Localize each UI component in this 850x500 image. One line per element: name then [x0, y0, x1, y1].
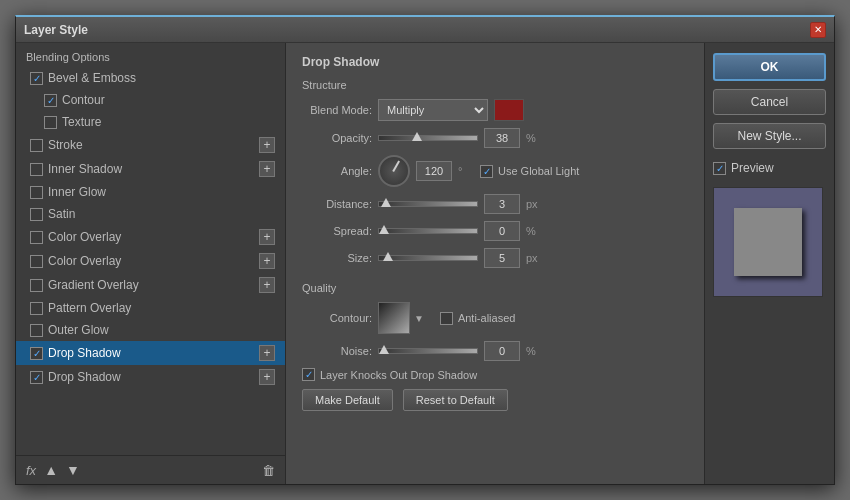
opacity-label: Opacity:	[302, 132, 372, 144]
sidebar-item-pattern-overlay[interactable]: Pattern Overlay	[16, 297, 285, 319]
spread-input[interactable]	[484, 221, 520, 241]
distance-thumb[interactable]	[381, 198, 391, 207]
anti-aliased-label[interactable]: Anti-aliased	[440, 312, 515, 325]
inner-glow-checkbox[interactable]	[30, 186, 43, 199]
spread-thumb[interactable]	[379, 225, 389, 234]
move-up-button[interactable]: ▲	[44, 462, 58, 478]
sidebar-item-texture[interactable]: Texture	[16, 111, 285, 133]
inner-shadow-checkbox[interactable]	[30, 163, 43, 176]
noise-label: Noise:	[302, 345, 372, 357]
inner-shadow-plus-button[interactable]: +	[259, 161, 275, 177]
contour-selector[interactable]: ▼	[378, 302, 424, 334]
size-input[interactable]	[484, 248, 520, 268]
item-left: Texture	[44, 115, 101, 129]
sidebar-item-satin[interactable]: Satin	[16, 203, 285, 225]
item-left: Color Overlay	[30, 254, 121, 268]
sidebar-item-bevel-emboss[interactable]: Bevel & Emboss	[16, 67, 285, 89]
contour-chevron-icon[interactable]: ▼	[414, 313, 424, 324]
contour-label: Contour	[62, 93, 105, 107]
sidebar-item-gradient-overlay[interactable]: Gradient Overlay +	[16, 273, 285, 297]
noise-thumb[interactable]	[379, 345, 389, 354]
color-overlay1-plus-button[interactable]: +	[259, 229, 275, 245]
sidebar-item-contour[interactable]: Contour	[16, 89, 285, 111]
section-title: Drop Shadow	[302, 55, 688, 69]
quality-label: Quality	[302, 282, 688, 294]
new-style-button[interactable]: New Style...	[713, 123, 826, 149]
pattern-overlay-checkbox[interactable]	[30, 302, 43, 315]
use-global-light-label[interactable]: Use Global Light	[480, 165, 579, 178]
blend-mode-row: Blend Mode: Multiply Normal Dissolve Scr…	[302, 99, 688, 121]
make-default-button[interactable]: Make Default	[302, 389, 393, 411]
opacity-thumb[interactable]	[412, 132, 422, 141]
spread-slider[interactable]	[378, 228, 478, 234]
noise-slider[interactable]	[378, 348, 478, 354]
anti-aliased-checkbox[interactable]	[440, 312, 453, 325]
title-bar: Layer Style ✕	[16, 17, 834, 43]
drop-shadow1-checkbox[interactable]	[30, 347, 43, 360]
noise-input[interactable]	[484, 341, 520, 361]
sidebar-item-drop-shadow-2[interactable]: Drop Shadow +	[16, 365, 285, 389]
use-global-light-checkbox[interactable]	[480, 165, 493, 178]
delete-button[interactable]: 🗑	[262, 463, 275, 478]
preview-label-row: Preview	[713, 161, 826, 175]
close-button[interactable]: ✕	[810, 22, 826, 38]
sidebar-item-stroke[interactable]: Stroke +	[16, 133, 285, 157]
distance-input[interactable]	[484, 194, 520, 214]
sidebar-item-drop-shadow-1[interactable]: Drop Shadow +	[16, 341, 285, 365]
contour-preview[interactable]	[378, 302, 410, 334]
shadow-color-swatch[interactable]	[494, 99, 524, 121]
stroke-label: Stroke	[48, 138, 83, 152]
drop-shadow2-label: Drop Shadow	[48, 370, 121, 384]
gradient-overlay-checkbox[interactable]	[30, 279, 43, 292]
size-slider[interactable]	[378, 255, 478, 261]
drop-shadow2-plus-button[interactable]: +	[259, 369, 275, 385]
drop-shadow1-plus-button[interactable]: +	[259, 345, 275, 361]
ok-button[interactable]: OK	[713, 53, 826, 81]
move-down-button[interactable]: ▼	[66, 462, 80, 478]
cancel-button[interactable]: Cancel	[713, 89, 826, 115]
size-label: Size:	[302, 252, 372, 264]
stroke-checkbox[interactable]	[30, 139, 43, 152]
reset-to-default-button[interactable]: Reset to Default	[403, 389, 508, 411]
inner-shadow-label: Inner Shadow	[48, 162, 122, 176]
opacity-slider[interactable]	[378, 135, 478, 141]
item-left: Outer Glow	[30, 323, 109, 337]
preview-checkbox[interactable]	[713, 162, 726, 175]
sidebar-item-inner-shadow[interactable]: Inner Shadow +	[16, 157, 285, 181]
outer-glow-checkbox[interactable]	[30, 324, 43, 337]
sidebar-item-color-overlay-2[interactable]: Color Overlay +	[16, 249, 285, 273]
texture-checkbox[interactable]	[44, 116, 57, 129]
structure-label: Structure	[302, 79, 688, 91]
angle-unit: °	[458, 165, 474, 177]
quality-section: Quality Contour: ▼ Anti-aliased Noise:	[302, 282, 688, 361]
angle-label: Angle:	[302, 165, 372, 177]
angle-input[interactable]	[416, 161, 452, 181]
contour-label: Contour:	[302, 312, 372, 324]
sidebar-item-inner-glow[interactable]: Inner Glow	[16, 181, 285, 203]
item-left: Pattern Overlay	[30, 301, 131, 315]
distance-slider[interactable]	[378, 201, 478, 207]
drop-shadow2-checkbox[interactable]	[30, 371, 43, 384]
drop-shadow1-label: Drop Shadow	[48, 346, 121, 360]
right-panel: OK Cancel New Style... Preview	[704, 43, 834, 484]
dialog-body: Blending Options Bevel & Emboss Contour	[16, 43, 834, 484]
blend-mode-select[interactable]: Multiply Normal Dissolve Screen Overlay	[378, 99, 488, 121]
stroke-plus-button[interactable]: +	[259, 137, 275, 153]
color-overlay1-checkbox[interactable]	[30, 231, 43, 244]
bevel-emboss-checkbox[interactable]	[30, 72, 43, 85]
item-left: Gradient Overlay	[30, 278, 139, 292]
size-thumb[interactable]	[383, 252, 393, 261]
satin-checkbox[interactable]	[30, 208, 43, 221]
opacity-input[interactable]	[484, 128, 520, 148]
color-overlay2-plus-button[interactable]: +	[259, 253, 275, 269]
layer-knocks-checkbox[interactable]	[302, 368, 315, 381]
item-left: Drop Shadow	[30, 346, 121, 360]
angle-dial[interactable]	[378, 155, 410, 187]
contour-checkbox[interactable]	[44, 94, 57, 107]
pattern-overlay-label: Pattern Overlay	[48, 301, 131, 315]
sidebar-item-color-overlay-1[interactable]: Color Overlay +	[16, 225, 285, 249]
bevel-emboss-label: Bevel & Emboss	[48, 71, 136, 85]
sidebar-item-outer-glow[interactable]: Outer Glow	[16, 319, 285, 341]
color-overlay2-checkbox[interactable]	[30, 255, 43, 268]
gradient-overlay-plus-button[interactable]: +	[259, 277, 275, 293]
